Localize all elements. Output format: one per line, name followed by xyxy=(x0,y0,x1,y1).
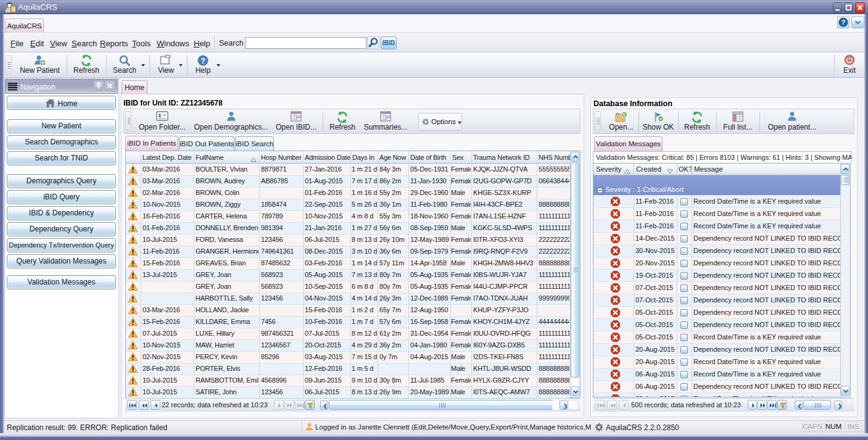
svg-text:?: ? xyxy=(200,57,205,65)
svg-text:?: ? xyxy=(841,19,845,26)
